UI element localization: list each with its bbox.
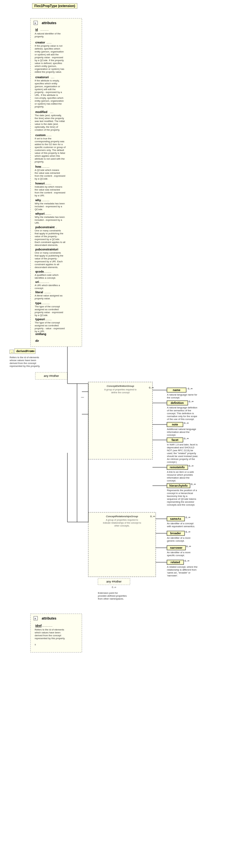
attr-qcode: qcode	[35, 270, 44, 273]
prop-definition[interactable]: definition	[171, 401, 184, 405]
svg-text:sequence of QCode tokens: sequence of QCode tokens	[167, 498, 196, 500]
bottom-attributes-header: attributes	[42, 617, 57, 620]
svg-text:One or many constraints: One or many constraints	[35, 229, 61, 232]
svg-text:representing the ancestor: representing the ancestor	[167, 500, 194, 503]
svg-text:used; the "related" property: used; the "related" property	[167, 452, 196, 455]
svg-text:A related concept, where the: A related concept, where the	[167, 565, 197, 568]
svg-text:resource which provides: resource which provides	[167, 473, 193, 476]
prop-narrower[interactable]: narrower	[170, 546, 183, 549]
attr-howuri: howuri	[35, 182, 45, 185]
svg-text:...............: ...............	[42, 624, 52, 627]
svg-text:information about the: information about the	[167, 431, 189, 434]
svg-text:of the use of this concept.: of the use of this concept.	[167, 418, 194, 421]
svg-text:included - expressed by a: included - expressed by a	[35, 219, 62, 221]
svg-text:concepts and the concept.: concepts and the concept.	[167, 503, 195, 506]
svg-text:An identifier of a concept: An identifier of a concept	[167, 522, 194, 525]
svg-text:value of the property -: value of the property -	[35, 235, 58, 238]
svg-text:property - value - expressed: property - value - expressed	[35, 327, 65, 330]
any-other-top: any ##other	[44, 374, 59, 377]
mult-related: 0..∞	[185, 559, 189, 562]
attr-dir: dir	[35, 339, 39, 342]
svg-text:A link to an item or a web: A link to an item or a web	[167, 470, 194, 473]
attr-pubconstraint: pubconstraint	[35, 226, 54, 229]
svg-text:The type of the concept: The type of the concept	[35, 321, 60, 324]
prop-hierarchyinfo[interactable]: hierarchyInfo	[169, 484, 188, 487]
svg-text:derived from the concept: derived from the concept	[35, 634, 61, 637]
svg-text:descendant elements.: descendant elements.	[35, 244, 58, 247]
svg-text:information about the: information about the	[167, 476, 189, 479]
svg-text:URI.: URI.	[35, 221, 39, 224]
svg-text:was last modified. The initial: was last modified. The initial	[34, 120, 65, 123]
svg-text:creation of the property.: creation of the property.	[35, 128, 60, 131]
svg-text:property.: property.	[35, 160, 44, 163]
svg-text:.............: .............	[40, 199, 49, 202]
svg-text:attribute is not used with the: attribute is not used with the	[35, 157, 65, 160]
attr-whyuri: whyuri	[35, 212, 45, 215]
svg-text:A literal value assigned as: A literal value assigned as	[35, 294, 63, 297]
svg-text:If set to true the: If set to true the	[35, 137, 51, 140]
attr-id: id	[35, 28, 38, 31]
attr-typeuri: typeuri	[35, 318, 45, 321]
prop-note[interactable]: note	[172, 423, 178, 426]
svg-text:descendant elements.: descendant elements.	[35, 266, 58, 269]
diagram-title: Flex1PropType (extension)	[32, 3, 77, 9]
prop-facet[interactable]: facet	[172, 438, 178, 441]
svg-text:property value - expressed: property value - expressed	[35, 56, 63, 59]
attr-custom: custom	[35, 133, 46, 137]
svg-text:entity (person, organisation: entity (person, organisation	[35, 50, 64, 53]
attr-id-desc: A natural identifier of the	[35, 32, 61, 35]
mult-name: 0..∞	[188, 387, 193, 390]
svg-text:organization or system) has: organization or system) has	[35, 68, 64, 70]
prop-sameas[interactable]: sameAs	[170, 517, 181, 520]
svg-text:from the content - expressed: from the content - expressed	[35, 191, 65, 194]
svg-text:concept in a hierarchical: concept in a hierarchical	[167, 492, 193, 495]
svg-text:identifies a concept.: identifies a concept.	[35, 276, 56, 279]
mult-rel-group: 0..∞	[150, 515, 155, 518]
svg-text:Each constraint applies to all: Each constraint applies to all	[35, 241, 66, 244]
svg-text:property value.: property value.	[35, 297, 51, 300]
mult-facet: 0..∞	[184, 437, 189, 440]
svg-text:........: ........	[46, 134, 52, 137]
svg-text:If the attribute is empty,: If the attribute is empty,	[35, 79, 60, 82]
attr-pubconstrainturi: pubconstrainturi	[35, 248, 59, 251]
svg-text:property value - expressed: property value - expressed	[35, 311, 63, 314]
svg-text:assigned as controlled: assigned as controlled	[35, 324, 59, 327]
svg-text:≡: ≡	[35, 617, 36, 620]
svg-text:the time) when the property: the time) when the property	[35, 117, 64, 120]
svg-text:Represents the position of a: Represents the position of a	[167, 489, 197, 492]
svg-text:An intrinsic property of the: An intrinsic property of the	[167, 458, 195, 461]
attributes-header: attributes	[42, 21, 57, 25]
svg-text:value is defined, specifies: value is defined, specifies	[35, 62, 62, 65]
svg-text:which values have been: which values have been	[34, 631, 60, 634]
svg-text:specific customer or group of: specific customer or group of	[35, 146, 66, 149]
svg-text:A URI which identifies a: A URI which identifies a	[35, 284, 60, 287]
svg-text:by a QCode.: by a QCode.	[35, 177, 48, 180]
svg-text:.........: .........	[45, 182, 51, 185]
svg-text:optionally, the time) of: optionally, the time) of	[35, 126, 59, 128]
svg-text:.....: .....	[50, 111, 53, 114]
svg-text:concept.: concept.	[35, 287, 44, 290]
svg-text:Why the metadata has been: Why the metadata has been	[35, 216, 65, 219]
svg-text:expressed by a URI. Each: expressed by a URI. Each	[35, 260, 63, 263]
svg-text:..: ..	[55, 226, 57, 229]
prop-broader[interactable]: broader	[170, 532, 181, 535]
svg-text:In NAR 1.8 and later, facet is: In NAR 1.8 and later, facet is	[167, 443, 198, 446]
svg-text:concept.): concept.)	[167, 461, 177, 463]
svg-text:constraint applies to all: constraint applies to all	[35, 263, 60, 266]
svg-text:generic concept.: generic concept.	[167, 539, 185, 542]
svg-text:s: s	[35, 643, 36, 646]
svg-text:Why the metadata has been: Why the metadata has been	[35, 202, 65, 205]
svg-text:assigned as controlled: assigned as controlled	[35, 308, 59, 311]
prop-related[interactable]: related	[171, 561, 180, 564]
svg-text:value is the date (and,: value is the date (and,	[35, 123, 59, 126]
mult-broader: 0..∞	[186, 530, 190, 533]
svg-text:other concepts.: other concepts.	[114, 525, 130, 527]
prop-remoteinfo[interactable]: remoteInfo	[170, 466, 185, 469]
svg-text:property - expressed by a: property - expressed by a	[35, 91, 62, 94]
svg-text:One or many constraints: One or many constraints	[35, 251, 61, 254]
prop-name[interactable]: name	[173, 389, 180, 392]
svg-text:by a QCode. If the property: by a QCode. If the property	[35, 59, 64, 62]
svg-text:normative only for the scope: normative only for the scope	[167, 415, 197, 418]
svg-text:defined, specifies which: defined, specifies which	[35, 47, 60, 50]
svg-text:...............: ...............	[39, 281, 49, 283]
